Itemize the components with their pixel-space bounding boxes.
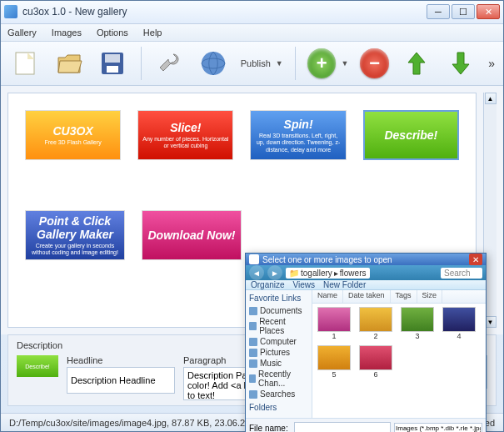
sidebar-item[interactable]: Recent Places [249,316,308,336]
thumb-subtitle: Any number of pieces. Horizontal or vert… [142,136,229,150]
dialog-body: Favorite Links DocumentsRecent PlacesCom… [246,290,486,418]
menu-help[interactable]: Help [143,28,162,38]
search-input[interactable]: Search [441,268,482,279]
arrow-up-icon [405,49,428,78]
new-file-icon [11,49,39,78]
folder-icon [249,349,257,357]
file-item[interactable]: 1 [316,307,352,340]
move-down-button[interactable] [445,47,477,80]
thumb-title: Describe! [384,128,437,142]
gallery-thumbnail[interactable]: CU3OXFree 3D Flash Gallery [25,110,121,160]
file-item[interactable]: 2 [357,307,394,340]
folder-icon [249,359,257,368]
sidebar-item[interactable]: Documents [249,305,308,316]
save-icon [98,49,127,78]
file-name: 3 [415,332,419,340]
sidebar-item[interactable]: Recently Chan... [249,369,308,389]
new-button[interactable] [9,47,42,80]
file-name: 6 [373,370,377,379]
file-item[interactable]: 3 [399,307,436,340]
sidebar-item[interactable]: Music [249,358,308,369]
nav-forward-button[interactable]: ► [267,265,282,280]
wrench-icon [155,49,183,78]
publish-label: Publish [241,58,271,68]
col-date[interactable]: Date taken [343,290,391,303]
gallery-thumbnail[interactable]: Point & Click Gallery MakerCreate your g… [25,210,125,260]
file-filter-select[interactable] [394,423,482,432]
col-tags[interactable]: Tags [391,290,417,303]
breadcrumb[interactable]: 📁 togallery ▸ flowers [286,268,370,279]
remove-button[interactable]: − [360,48,389,78]
folder-icon [249,307,257,315]
nav-back-button[interactable]: ◄ [249,265,264,280]
menu-gallery[interactable]: Gallery [7,28,37,38]
file-item[interactable]: 5 [316,345,352,379]
add-button[interactable]: + [307,48,337,78]
toolbar-overflow-icon[interactable]: » [488,57,495,70]
dialog-sidebar: Favorite Links DocumentsRecent PlacesCom… [246,290,312,418]
file-thumbnail [359,307,392,332]
close-button[interactable]: ✕ [477,4,500,19]
sidebar-item[interactable]: Computer [249,336,308,347]
scroll-up-button[interactable]: ▲ [485,93,497,104]
sidebar-item-label: Documents [260,306,302,315]
folders-label[interactable]: Folders [249,403,308,412]
settings-button[interactable] [153,47,186,80]
sidebar-item-label: Music [260,359,282,368]
dialog-bottom: File name: Open Cancel [246,418,486,432]
file-item[interactable]: 4 [441,307,477,340]
app-icon [4,5,17,18]
col-size[interactable]: Size [417,290,443,303]
file-item[interactable]: 6 [357,345,394,379]
gallery-thumbnail[interactable]: Describe! [363,110,459,160]
col-name[interactable]: Name [312,290,343,303]
add-dropdown-icon[interactable]: ▼ [341,59,348,68]
folder-open-icon [55,49,83,78]
file-thumbnail [442,307,476,332]
dialog-nav: ◄ ► 📁 togallery ▸ flowers Search [246,265,486,280]
menu-options[interactable]: Options [97,28,128,38]
save-button[interactable] [97,47,129,80]
gallery-thumbnail[interactable]: Slice!Any number of pieces. Horizontal o… [137,110,233,160]
file-thumbnail [359,345,392,370]
dialog-close-button[interactable]: ✕ [469,254,482,265]
breadcrumb-part[interactable]: togallery [301,269,332,278]
toolbar: Publish ▼ + ▼ − » [1,42,503,86]
gallery-thumbnail[interactable]: Download Now! [142,210,242,260]
sidebar-item-label: Computer [260,337,297,346]
file-thumbnail [317,345,351,370]
headline-input[interactable] [67,367,175,394]
thumbnails-row: CU3OXFree 3D Flash GallerySlice!Any numb… [25,110,459,160]
maximize-button[interactable]: ☐ [452,4,475,19]
file-name-input[interactable] [294,422,391,432]
svg-rect-0 [16,53,34,74]
sidebar-item[interactable]: Pictures [249,347,308,358]
file-list-headers: Name Date taken Tags Size [312,290,486,304]
thumb-subtitle: Create your gallery in seconds without c… [29,243,121,257]
arrow-down-icon [449,49,472,78]
publish-dropdown-icon[interactable]: ▼ [276,59,283,68]
organize-button[interactable]: Organize [251,280,285,289]
breadcrumb-part[interactable]: flowers [340,269,367,278]
folder-icon: 📁 [289,269,299,278]
dialog-file-pane: Name Date taken Tags Size 123456 [312,290,486,418]
menubar: Gallery Images Options Help [1,24,503,43]
move-up-button[interactable] [401,47,433,80]
sidebar-item-label: Searches [260,389,295,399]
new-folder-button[interactable]: New Folder [323,280,366,289]
thumb-subtitle: Free 3D Flash Gallery [44,139,101,146]
open-button[interactable] [53,47,86,80]
titlebar: cu3ox 1.0 - New gallery ─ ☐ ✕ [1,1,503,24]
toolbar-separator [295,47,296,80]
minimize-button[interactable]: ─ [427,4,450,19]
gallery-thumbnail[interactable]: Spin!Real 3D transitions. Left, right, u… [250,110,346,160]
dialog-titlebar: Select one or more images to open ✕ [246,254,486,265]
views-button[interactable]: Views [293,280,316,289]
menu-images[interactable]: Images [52,28,82,38]
sidebar-item[interactable]: Searches [249,389,308,399]
file-thumbnail [401,307,434,332]
main-window: cu3ox 1.0 - New gallery ─ ☐ ✕ Gallery Im… [0,0,504,432]
headline-label: Headline [67,355,175,365]
folder-icon [249,322,257,330]
publish-button[interactable] [197,47,229,80]
